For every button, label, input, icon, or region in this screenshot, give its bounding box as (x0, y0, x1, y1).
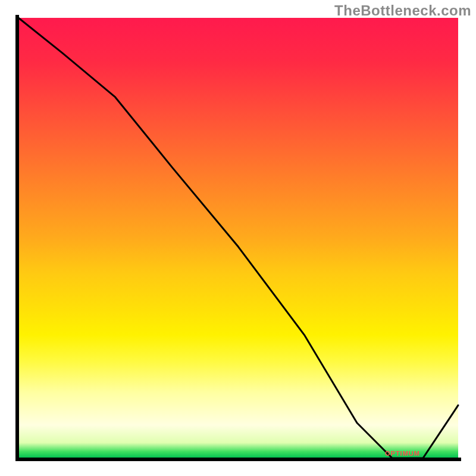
attribution-text: TheBottleneck.com (334, 2, 471, 19)
y-axis (15, 15, 19, 461)
chart-container: TheBottleneck.com OPTIMUM (0, 0, 476, 476)
axes (18, 18, 458, 458)
x-axis (15, 458, 461, 461)
